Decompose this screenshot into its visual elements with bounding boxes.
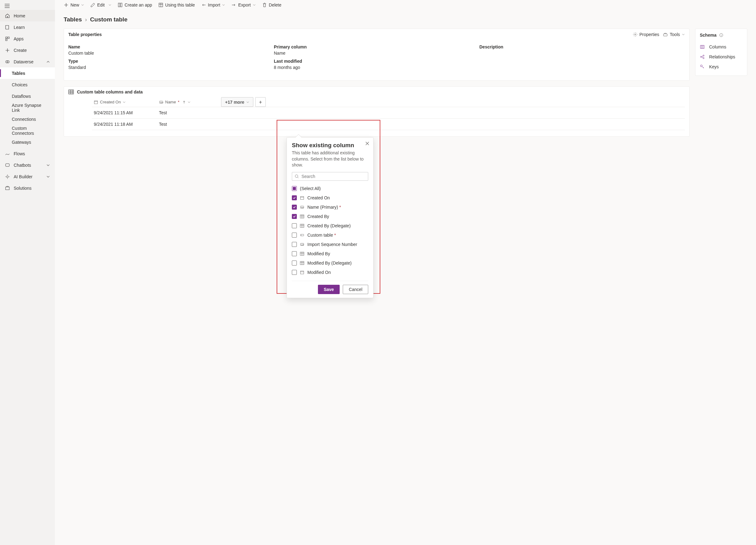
search-input[interactable] xyxy=(301,174,365,179)
nav-home[interactable]: Home xyxy=(0,10,55,21)
column-option[interactable]: (Select All) xyxy=(292,184,366,193)
cmd-export[interactable]: Export xyxy=(229,1,258,9)
checkbox[interactable] xyxy=(292,242,297,247)
table-row[interactable]: 9/24/2021 11:18 AMTest xyxy=(92,119,685,130)
column-option[interactable]: Modified By (Delegate) xyxy=(292,258,366,268)
column-option[interactable]: Created By xyxy=(292,212,366,221)
nav-tables[interactable]: Tables xyxy=(0,67,55,79)
nav-connections[interactable]: Connections xyxy=(0,113,55,125)
checkbox[interactable] xyxy=(292,214,297,219)
nav-flows[interactable]: Flows xyxy=(0,148,55,159)
nav-synapse[interactable]: Azure Synapse Link xyxy=(0,102,55,113)
cmd-new[interactable]: New xyxy=(61,1,87,9)
prop-label-desc: Description xyxy=(479,44,685,49)
svg-rect-24 xyxy=(301,196,304,199)
nav-ai-builder[interactable]: AI Builder xyxy=(0,171,55,182)
nav-create[interactable]: Create xyxy=(0,44,55,56)
prop-val-modified: 8 months ago xyxy=(274,65,479,70)
svg-rect-8 xyxy=(118,3,120,7)
nav-solutions[interactable]: Solutions xyxy=(0,182,55,194)
nav-dataflows[interactable]: Dataflows xyxy=(0,90,55,102)
chatbot-icon xyxy=(5,163,10,168)
nav-gateways[interactable]: Gateways xyxy=(0,136,55,148)
schema-columns[interactable]: Columns xyxy=(700,42,743,52)
checkbox[interactable] xyxy=(292,223,297,228)
required-indicator: * xyxy=(178,100,179,104)
column-option[interactable]: Modified On xyxy=(292,268,366,277)
column-option[interactable]: Custom table * xyxy=(292,230,366,240)
schema-relationships[interactable]: Relationships xyxy=(700,52,743,62)
col-header-created-on[interactable]: Created On xyxy=(92,97,157,107)
table-row[interactable]: 9/24/2021 11:15 AMTest xyxy=(92,107,685,119)
column-option[interactable]: 123Import Sequence Number xyxy=(292,240,366,249)
cmd-label: Create an app xyxy=(124,2,152,7)
checkbox[interactable] xyxy=(292,205,297,210)
checkbox[interactable] xyxy=(292,270,297,275)
cmd-delete[interactable]: Delete xyxy=(260,1,284,9)
checkbox[interactable] xyxy=(292,186,297,191)
text-type-icon: Abc xyxy=(300,205,304,209)
checkbox[interactable] xyxy=(292,195,297,200)
svg-text:Abc: Abc xyxy=(301,206,304,208)
keys-icon xyxy=(700,64,705,69)
export-icon xyxy=(231,2,236,7)
cell-created: 9/24/2021 11:18 AM xyxy=(92,119,157,130)
nav-choices[interactable]: Choices xyxy=(0,79,55,90)
column-option[interactable]: AbcName (Primary) * xyxy=(292,202,366,212)
column-option[interactable]: Modified By xyxy=(292,249,366,258)
checkbox[interactable] xyxy=(292,233,297,238)
hamburger-menu[interactable] xyxy=(4,3,10,9)
column-list[interactable]: (Select All)Created OnAbcName (Primary) … xyxy=(292,184,368,277)
cmd-using-table[interactable]: Using this table xyxy=(156,1,197,9)
close-button[interactable] xyxy=(365,141,369,146)
info-icon[interactable] xyxy=(719,33,723,37)
properties-button[interactable]: Properties xyxy=(633,32,659,37)
svg-rect-14 xyxy=(94,101,98,104)
command-bar: New Edit Create an app Using this table … xyxy=(55,0,756,10)
search-box[interactable] xyxy=(292,172,368,181)
nav-custom-connectors[interactable]: Custom Connectors xyxy=(0,125,55,136)
tools-button[interactable]: Tools xyxy=(663,32,685,37)
nav-chatbots[interactable]: Chatbots xyxy=(0,159,55,171)
nav-label: Home xyxy=(14,13,25,18)
ai-icon xyxy=(5,174,10,179)
nav-apps[interactable]: Apps xyxy=(0,33,55,44)
col-header-name[interactable]: Abc Name* xyxy=(157,97,219,107)
nav-learn[interactable]: Learn xyxy=(0,21,55,33)
svg-rect-0 xyxy=(6,37,7,39)
chevron-down-icon xyxy=(108,3,111,7)
column-option-label: Name (Primary) * xyxy=(307,205,341,210)
chevron-down-icon xyxy=(188,101,191,104)
nav-label: Choices xyxy=(12,82,28,87)
nav-label: Gateways xyxy=(12,140,31,145)
svg-rect-5 xyxy=(6,164,9,166)
svg-rect-29 xyxy=(301,234,304,236)
column-option-label: Modified By xyxy=(307,251,330,256)
cmd-label: Export xyxy=(238,2,251,7)
table-icon xyxy=(68,89,74,95)
cmd-edit[interactable]: Edit xyxy=(88,1,114,9)
svg-text:123: 123 xyxy=(301,243,304,245)
svg-text:Abc: Abc xyxy=(160,101,164,103)
column-option-label: Modified On xyxy=(307,270,331,275)
svg-rect-13 xyxy=(69,90,74,94)
relationships-icon xyxy=(700,54,705,59)
breadcrumb-root[interactable]: Tables xyxy=(64,16,82,23)
nav-dataverse[interactable]: Dataverse xyxy=(0,56,55,67)
more-columns-button[interactable]: +17 more xyxy=(221,97,253,107)
prop-val-name: Custom table xyxy=(68,51,274,56)
delete-icon xyxy=(262,2,267,7)
checkbox[interactable] xyxy=(292,251,297,256)
column-option[interactable]: Created By (Delegate) xyxy=(292,221,366,230)
cancel-button[interactable]: Cancel xyxy=(343,285,368,294)
add-column-button[interactable] xyxy=(255,97,266,107)
schema-keys[interactable]: Keys xyxy=(700,62,743,72)
column-option[interactable]: Created On xyxy=(292,193,366,202)
chevron-right-icon: › xyxy=(85,16,87,23)
import-icon xyxy=(201,2,206,7)
save-button[interactable]: Save xyxy=(318,285,340,294)
data-card: Custom table columns and data Created On xyxy=(64,86,690,137)
cmd-import[interactable]: Import xyxy=(199,1,228,9)
checkbox[interactable] xyxy=(292,261,297,266)
cmd-create-app[interactable]: Create an app xyxy=(115,1,155,9)
